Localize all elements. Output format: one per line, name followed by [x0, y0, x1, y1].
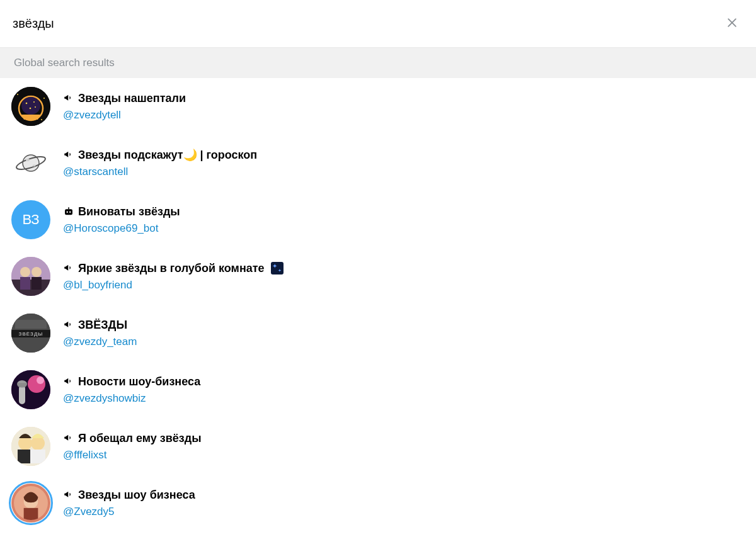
megaphone-icon — [63, 263, 74, 274]
result-title: Новости шоу-бизнеса — [78, 375, 200, 388]
result-text: Новости шоу-бизнеса@zvezdyshowbiz — [63, 375, 200, 405]
result-title-row: Звезды нашептали — [63, 92, 186, 105]
megaphone-icon — [63, 489, 74, 501]
search-result-item[interactable]: Я обещал ему звёзды@fffelixst — [0, 418, 756, 475]
megaphone-icon — [63, 149, 74, 161]
megaphone-icon — [63, 376, 74, 387]
search-input[interactable] — [13, 16, 721, 31]
result-handle: @bl_boyfriend — [63, 279, 284, 291]
search-result-item[interactable]: Яркие звёзды в голубой комнате@bl_boyfri… — [0, 248, 756, 305]
result-title: Яркие звёзды в голубой комнате — [78, 262, 265, 275]
search-result-item[interactable]: Новости шоу-бизнеса@zvezdyshowbiz — [0, 361, 756, 418]
result-handle: @starscantell — [63, 166, 257, 178]
section-header-label: Global search results — [14, 57, 115, 69]
result-text: Я обещал ему звёзды@fffelixst — [63, 432, 202, 461]
result-title-row: Звезды шоу бизнеса — [63, 489, 195, 502]
result-handle: @zvezdytell — [63, 109, 186, 122]
search-result-item[interactable]: Звезды нашептали@zvezdytell — [0, 78, 756, 135]
result-handle: @zvezdy_team — [63, 336, 137, 348]
result-title-row: Новости шоу-бизнеса — [63, 375, 200, 388]
search-bar — [0, 0, 756, 48]
result-title-row: Яркие звёзды в голубой комнате — [63, 262, 284, 275]
avatar — [11, 484, 50, 523]
clear-search-button[interactable] — [721, 13, 743, 35]
result-handle: @Zvezdy5 — [63, 506, 195, 518]
megaphone-icon — [63, 433, 74, 444]
avatar: ВЗ — [11, 200, 50, 239]
result-title-row: Виноваты звёзды — [63, 205, 180, 218]
result-text: Звезды подскажут🌙 | гороскоп@starscantel… — [63, 148, 257, 178]
megaphone-icon — [63, 93, 74, 104]
result-handle: @fffelixst — [63, 449, 202, 461]
result-text: Виноваты звёзды@Horoscope69_bot — [63, 205, 180, 235]
sparkle-emoji — [271, 262, 284, 274]
result-title: Звезды шоу бизнеса — [78, 489, 195, 502]
megaphone-icon — [63, 319, 74, 331]
bot-icon — [63, 206, 74, 217]
result-handle: @zvezdyshowbiz — [63, 392, 200, 405]
avatar — [11, 370, 50, 409]
search-result-item[interactable]: Звезды подскажут🌙 | гороскоп@starscantel… — [0, 135, 756, 191]
avatar — [11, 87, 50, 126]
search-result-item[interactable]: ВЗВиноваты звёзды@Horoscope69_bot — [0, 191, 756, 248]
result-handle: @Horoscope69_bot — [63, 222, 180, 235]
result-title: ЗВЁЗДЫ — [78, 319, 127, 332]
result-title: Звезды нашептали — [78, 92, 186, 105]
avatar — [11, 314, 50, 353]
close-icon — [726, 16, 738, 31]
result-title-row: Я обещал ему звёзды — [63, 432, 202, 445]
result-text: Звезды шоу бизнеса@Zvezdy5 — [63, 489, 195, 518]
search-result-item[interactable]: ЗВЁЗДЫ@zvezdy_team — [0, 305, 756, 361]
result-title: Я обещал ему звёзды — [78, 432, 202, 445]
result-title: Звезды подскажут🌙 | гороскоп — [78, 148, 257, 162]
search-result-item[interactable]: Звезды шоу бизнеса@Zvezdy5 — [0, 475, 756, 531]
result-title: Виноваты звёзды — [78, 205, 180, 218]
result-text: ЗВЁЗДЫ@zvezdy_team — [63, 319, 137, 348]
result-text: Звезды нашептали@zvezdytell — [63, 92, 186, 122]
avatar — [11, 144, 50, 183]
result-title-row: Звезды подскажут🌙 | гороскоп — [63, 148, 257, 162]
section-header: Global search results — [0, 48, 756, 78]
result-text: Яркие звёзды в голубой комнате@bl_boyfri… — [63, 262, 284, 291]
search-results-list: Звезды нашептали@zvezdytellЗвезды подска… — [0, 78, 756, 531]
avatar — [11, 427, 50, 466]
result-title-row: ЗВЁЗДЫ — [63, 319, 137, 332]
avatar — [11, 257, 50, 296]
